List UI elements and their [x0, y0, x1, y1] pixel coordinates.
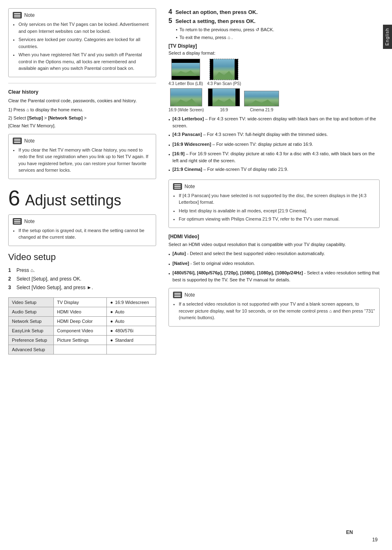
note-box-3: Note If the setup option is grayed out, …: [8, 214, 156, 246]
clear-history-intro: Clear the Parental control code, passwor…: [8, 97, 156, 104]
note-list-3: If the setup option is grayed out, it me…: [13, 227, 152, 241]
step-5: 5 Select a setting, then press OK.: [168, 17, 380, 25]
tv-screen-cinema: [244, 91, 279, 106]
bullet-dot: •: [168, 132, 170, 139]
tv-display-section: [TV Display] Select a display format:: [168, 43, 380, 174]
table-value: ●16:9 Widescreen: [107, 298, 156, 307]
table-value: ●Auto: [107, 307, 156, 317]
step-text: Select [Video Setup], and press ►.: [16, 284, 93, 292]
note-title-2: Note: [24, 138, 35, 144]
en-label: EN: [346, 529, 353, 535]
table-row: Advanced Setup: [9, 345, 156, 354]
bullet-dot: •: [168, 167, 170, 174]
step-1: 1) Press ⌂ to display the home menu.: [8, 106, 156, 114]
hdmi-section: [HDMI Video] Select an HDMI video output…: [168, 234, 380, 283]
note-header-1: Note: [13, 12, 152, 18]
bullet-dot: •: [168, 151, 170, 158]
note-list-5: If a selected video resolution is not su…: [173, 301, 375, 321]
bullet-dot: •: [168, 251, 170, 258]
table-row: Audio Setup HDMI Video ●Auto: [9, 307, 156, 317]
bullet-dot: •: [168, 261, 170, 268]
bullet-text: [Native] - Set to original video resolut…: [173, 260, 255, 267]
note-header-5: Note: [173, 292, 375, 298]
table-label: EasyLink Setup: [9, 326, 54, 336]
note-list-2: If you clear the Net TV memory with Clea…: [13, 147, 152, 174]
display-row-2: 16:9 (Wide Screen) 16:9: [168, 88, 380, 112]
bullet-text: [4:3 Letterbox] – For 4:3 screen TV: wid…: [173, 115, 380, 129]
tv-display-heading: [TV Display]: [168, 43, 380, 49]
bullet-dot: •: [168, 116, 170, 123]
note-icon-4: [173, 183, 182, 190]
note-item: If the setup option is grayed out, it me…: [18, 227, 152, 241]
display-43lb: 4:3 Letter Box (LB): [168, 59, 203, 86]
step2-bracket1: [Setup]: [27, 115, 43, 120]
format-bullets: • [4:3 Letterbox] – For 4:3 screen TV: w…: [168, 115, 380, 174]
note-icon-1: [13, 12, 22, 18]
table-value: ●Auto: [107, 317, 156, 326]
note-box-4: Note If [4:3 Panscan] you have selected …: [168, 179, 380, 228]
note-item: When you have registered Net TV and you …: [18, 51, 152, 72]
display-169: 16:9: [208, 88, 240, 112]
display-label-169: 16:9: [220, 108, 228, 112]
sub-step-text: To exit the menu, press ⌂ .: [180, 34, 233, 41]
step-3: [Clear Net TV Memory].: [8, 122, 156, 130]
display-row-1: 4:3 Letter Box (LB) 4:3 Pan Scan (PS): [168, 59, 380, 86]
video-setup-title: Video setup: [8, 252, 156, 262]
steps-4-5: 4 Select an option, then press OK. 5 Sel…: [168, 8, 380, 41]
note-box-5: Note If a selected video resolution is n…: [168, 288, 380, 327]
video-steps-list: 1 Press ⌂. 2 Select [Setup], and press O…: [8, 267, 156, 292]
bullet-text: [Auto] - Detect and select the best supp…: [173, 250, 325, 257]
video-step-1: 1 Press ⌂.: [8, 267, 156, 274]
bullet: •: [176, 34, 178, 41]
display-label-cinema: Cinema 21:9: [250, 108, 273, 112]
table-row: EasyLink Setup Component Video ●480i/576…: [9, 326, 156, 336]
table-item: HDMI Deep Color: [53, 317, 107, 326]
page-footer: EN 19: [372, 537, 378, 543]
table-row: Preference Setup Picture Settings ●Stand…: [9, 336, 156, 345]
sub-step-2: • To exit the menu, press ⌂ .: [176, 34, 380, 41]
table-item: [53, 345, 107, 354]
step-4-num: 4: [168, 8, 172, 16]
table-item: Picture Settings: [53, 336, 107, 345]
note-item: For optimum viewing with Philips Cinema …: [179, 216, 375, 223]
chapter-number: 6: [8, 187, 20, 209]
step-2: 2) Select [Setup] > [Network Setup] >: [8, 115, 156, 122]
video-step-3: 3 Select [Video Setup], and press ►.: [8, 284, 156, 292]
table-row: Video Setup TV Display ●16:9 Widescreen: [9, 298, 156, 307]
table-value: [107, 345, 156, 354]
note-title-3: Note: [24, 219, 35, 224]
table-item: Component Video: [53, 326, 107, 336]
tv-screen-43ps: [210, 59, 238, 80]
table-label: Audio Setup: [9, 307, 54, 317]
table-label: Advanced Setup: [9, 345, 54, 354]
table-label: Preference Setup: [9, 336, 54, 345]
note-header-4: Note: [173, 183, 375, 190]
tv-screen-169: [208, 88, 240, 106]
section-divider-1: [8, 83, 156, 83]
right-column: 4 Select an option, then press OK. 5 Sel…: [164, 8, 380, 542]
display-label-169w: 16:9 (Wide Screen): [168, 108, 204, 112]
note-icon-2: [13, 138, 22, 144]
note-header-2: Note: [13, 138, 152, 144]
hdmi-intro: Select an HDMI video output resolution t…: [168, 241, 380, 248]
format-bullet-0: • [4:3 Letterbox] – For 4:3 screen TV: w…: [168, 115, 380, 129]
hdmi-bullet-2: • [480i/576i], [480p/576p], [720p], [108…: [168, 269, 380, 283]
bullet-text: [4:3 Panscan] – For 4:3 screen TV: full-…: [173, 131, 328, 138]
page: English Note Only services on the Net TV…: [0, 0, 392, 550]
tv-screen-169w: [170, 88, 202, 106]
table-label: Video Setup: [9, 298, 54, 307]
step-5-text: Select a setting, then press OK.: [175, 18, 256, 24]
page-number: 19: [372, 537, 378, 543]
video-setup-section: Video setup 1 Press ⌂. 2 Select [Setup],…: [8, 252, 156, 355]
display-label-43lb: 4:3 Letter Box (LB): [168, 81, 203, 86]
note-item: Services are locked per country. Categor…: [18, 36, 152, 50]
bullet: •: [176, 26, 178, 33]
note-list-1: Only services on the Net TV pages can be…: [13, 21, 152, 72]
note-box-2: Note If you clear the Net TV memory with…: [8, 134, 156, 179]
table-row: Network Setup HDMI Deep Color ●Auto: [9, 317, 156, 326]
display-169w: 16:9 (Wide Screen): [168, 88, 204, 112]
left-column: Note Only services on the Net TV pages c…: [8, 8, 164, 542]
tv-screen-43lb: [171, 59, 200, 80]
step-text: Select [Setup], and press OK.: [16, 275, 81, 283]
note-item: If [4:3 Panscan] you have selected is no…: [179, 192, 375, 206]
